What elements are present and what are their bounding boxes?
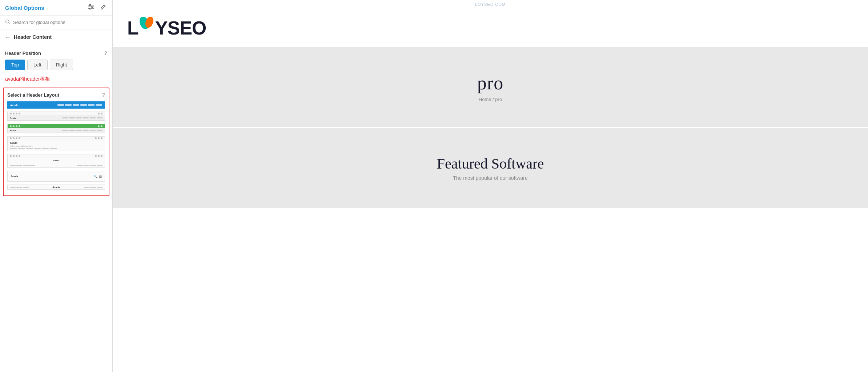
logo-Y: YSEO [155, 17, 206, 39]
layout5-topbar [8, 154, 105, 158]
back-arrow-icon: ← [5, 34, 11, 40]
layout7-topnav: Avada [8, 185, 105, 189]
featured-section: Featured Software The most popular of ou… [113, 128, 868, 208]
position-right-button[interactable]: Right [50, 60, 73, 70]
header-position-section: Header Position ? [0, 45, 112, 58]
annotation-text: avada的header模板 [0, 75, 112, 86]
layout3-greenbar [8, 124, 105, 128]
hero-content: pro Home / pro [477, 72, 503, 102]
sliders-icon-button[interactable] [87, 4, 96, 12]
position-left-button[interactable]: Left [27, 60, 48, 70]
layout-item-4[interactable]: Avada tagline placeholder text here [7, 136, 105, 151]
logo-O-svg [138, 17, 155, 38]
search-bar[interactable] [0, 16, 112, 29]
hero-title: pro [477, 72, 503, 94]
layout-item-3[interactable]: Avada [7, 124, 105, 133]
svg-point-3 [92, 6, 93, 8]
sidebar-title: Global Options [5, 5, 44, 11]
search-icon [5, 19, 10, 25]
layout2-bar: Avada [8, 116, 105, 121]
preview-area: LOYSEO.COM L YSEO pro [113, 0, 868, 372]
layout-item-2[interactable]: Avada [7, 112, 105, 121]
featured-title: Featured Software [437, 155, 544, 172]
svg-line-7 [9, 23, 10, 24]
layout1-nav [57, 104, 102, 106]
layout3-bar: Avada [8, 128, 105, 133]
svg-point-1 [89, 4, 91, 6]
layout-item-7[interactable]: Avada [7, 185, 105, 190]
site-header: L YSEO [113, 9, 868, 47]
back-nav[interactable]: ← Header Content [0, 29, 112, 45]
layout-item-6[interactable]: Avada 🔍 [7, 171, 105, 182]
featured-subtitle: The most popular of our software [437, 175, 544, 181]
layout-panel-title: Select a Header Layout ? [7, 92, 105, 98]
layout2-topbar [8, 112, 105, 116]
pencil-icon-button[interactable] [99, 4, 107, 12]
layout4-topbar [8, 137, 105, 140]
main-preview: LOYSEO.COM L YSEO pro [113, 0, 868, 372]
sidebar: Global Options [0, 0, 113, 372]
layout5-nav [8, 163, 105, 167]
layout-item-1[interactable]: Avada [7, 101, 105, 109]
layout6-hamburger [99, 175, 102, 178]
layout1-logo: Avada [10, 104, 19, 106]
logo-L: L [127, 17, 138, 39]
site-watermark: LOYSEO.COM [113, 0, 868, 9]
svg-point-5 [89, 8, 91, 9]
layout-help-icon[interactable]: ? [102, 92, 105, 98]
logo-O-wrapper [138, 16, 155, 40]
sidebar-top-bar: Global Options [0, 0, 112, 16]
header-position-label: Header Position [5, 50, 41, 56]
position-top-button[interactable]: Top [5, 60, 25, 70]
position-buttons-group: Top Left Right [0, 58, 112, 75]
back-nav-label: Header Content [14, 34, 52, 40]
hero-breadcrumb: Home / pro [477, 97, 503, 102]
search-input[interactable] [13, 20, 107, 25]
layout-item-5[interactable]: Avada [7, 154, 105, 168]
site-logo: L YSEO [127, 16, 853, 40]
header-layout-panel: Select a Header Layout ? Avada [3, 88, 109, 196]
featured-content: Featured Software The most popular of ou… [437, 155, 544, 181]
layout5-center: Avada [8, 158, 105, 163]
sidebar-icon-group [87, 4, 107, 12]
hero-section: pro Home / pro [113, 47, 868, 127]
help-icon[interactable]: ? [104, 50, 107, 56]
